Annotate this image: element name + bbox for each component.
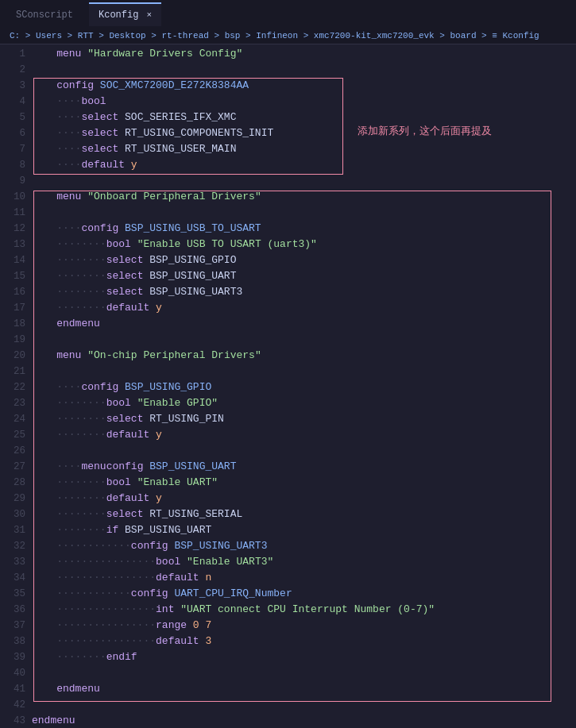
code-line-29: ········default y [32,491,576,507]
code-line-17: ········default y [32,300,576,316]
code-line-4: ····bool [32,94,576,110]
code-line-2 [32,62,576,78]
annotation-text: 添加新系列，这个后面再提及 [358,124,492,138]
code-line-32: ············config BSP_USING_UART3 [32,538,576,554]
code-line-33: ················bool "Enable UART3" [32,554,576,570]
code-line-34: ················default n [32,570,576,586]
tab-sconscript-label: SConscript [16,10,73,21]
code-line-25: ········default y [32,427,576,443]
code-line-30: ········select RT_USING_SERIAL [32,507,576,522]
code-line-40 [32,665,576,681]
code-line-3: config SOC_XMC7200D_E272K8384AA [32,78,576,94]
code-line-15: ········select BSP_USING_UART [32,268,576,284]
code-line-7: ····select RT_USING_USER_MAIN [32,141,576,157]
code-line-38: ················default 3 [32,634,576,649]
code-line-36: ················int "UART connect CPU In… [32,602,576,618]
code-line-19 [32,332,576,348]
code-line-8: ····default y [32,157,576,173]
code-line-31: ········if BSP_USING_UART [32,522,576,538]
code-line-9 [32,173,576,189]
close-icon[interactable]: × [146,10,152,20]
editor: 1 2 3 4 5 6 7 8 9 10 11 12 13 14 15 16 1… [0,44,576,724]
titlebar: SConscript Kconfig × [0,0,576,28]
code-line-14: ········select BSP_USING_GPIO [32,252,576,268]
code-line-41: endmenu [32,681,576,697]
code-line-10: menu "Onboard Peripheral Drivers" [32,189,576,205]
tab-kconfig[interactable]: Kconfig × [89,2,161,26]
breadcrumb-text: C: > Users > RTT > Desktop > rt-thread >… [10,31,539,40]
code-line-23: ········bool "Enable GPIO" [32,395,576,411]
code-line-11 [32,205,576,221]
code-line-22: ····config BSP_USING_GPIO [32,379,576,395]
code-line-37: ················range 0 7 [32,618,576,634]
code-line-1: menu "Hardware Drivers Config" [32,46,576,62]
code-line-6: ····select RT_USING_COMPONENTS_INIT [32,125,576,141]
code-line-24: ········select RT_USING_PIN [32,411,576,427]
breadcrumb: C: > Users > RTT > Desktop > rt-thread >… [0,28,576,44]
tab-sconscript[interactable]: SConscript [6,2,83,26]
tab-kconfig-label: Kconfig [99,10,138,21]
code-line-21 [32,364,576,379]
code-line-5: ····select SOC_SERIES_IFX_XMC [32,110,576,125]
code-line-18: endmenu [32,316,576,332]
line-numbers: 1 2 3 4 5 6 7 8 9 10 11 12 13 14 15 16 1… [0,44,32,724]
code-line-13: ········bool "Enable USB TO USART (uart3… [32,237,576,252]
code-line-16: ········select BSP_USING_UART3 [32,284,576,300]
code-line-35: ············config UART_CPU_IRQ_Number [32,586,576,602]
code-line-28: ········bool "Enable UART" [32,475,576,491]
code-line-43: endmenu [32,713,576,724]
code-line-20: menu "On-chip Peripheral Drivers" [32,348,576,364]
code-line-27: ····menuconfig BSP_USING_UART [32,459,576,475]
code-line-39: ········endif [32,649,576,665]
code-line-12: ····config BSP_USING_USB_TO_USART [32,221,576,237]
code-line-26 [32,443,576,459]
code-area: 添加新系列，这个后面再提及 menu "Hardware Drivers Con… [32,44,576,724]
code-line-42 [32,697,576,713]
